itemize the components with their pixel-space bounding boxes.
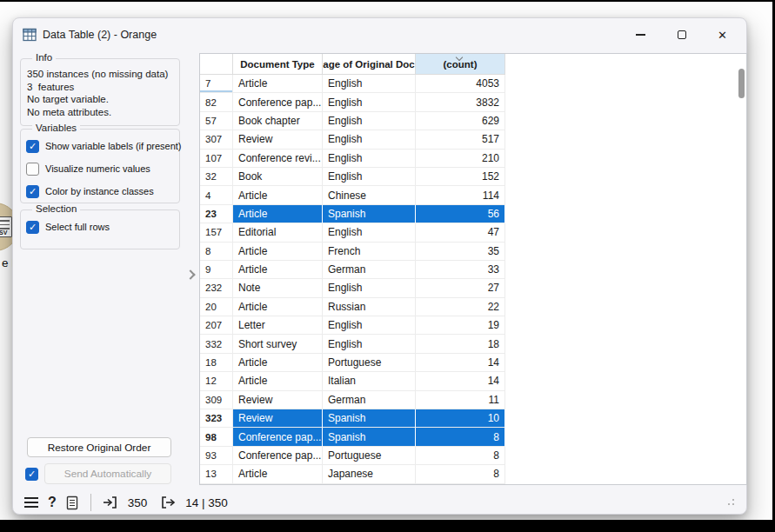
csv-file-icon-letters: SV	[0, 229, 7, 236]
check-icon: ✓	[29, 187, 37, 196]
table-cell: French	[323, 243, 416, 261]
unchecked-checkbox[interactable]	[26, 163, 39, 176]
table-row[interactable]: 93Conference pap...Portuguese8	[200, 447, 746, 465]
table-row[interactable]: 207LetterEnglish19	[200, 316, 746, 335]
table-cell: 18	[200, 354, 233, 372]
table-cell: 8	[416, 465, 505, 483]
vertical-scrollbar[interactable]	[737, 55, 745, 483]
titlebar[interactable]: Data Table (2) - Orange ✕	[13, 18, 746, 51]
table-row[interactable]: 332Short surveyEnglish18	[200, 335, 746, 353]
menu-icon[interactable]	[24, 497, 38, 508]
report-icon[interactable]	[66, 495, 79, 510]
sidebar-splitter-handle[interactable]	[185, 269, 197, 281]
check-icon: ✓	[29, 142, 37, 151]
screenshot-root: SV e I Data Table (2) - Orange ✕ Info	[0, 0, 775, 532]
scrollbar-thumb[interactable]	[738, 69, 745, 98]
table-row[interactable]: 157EditorialEnglish47	[200, 223, 746, 242]
table-cell: 8	[416, 447, 505, 465]
table-cell: 14	[416, 354, 505, 372]
option-label: Visualize numeric values	[45, 163, 150, 174]
table-cell: Note	[233, 279, 323, 297]
table-row[interactable]: 98Conference pap...Spanish8	[200, 428, 746, 446]
table-row[interactable]: 18ArticlePortuguese14	[200, 354, 746, 372]
minimize-icon	[636, 34, 645, 35]
table-cell: 35	[416, 243, 505, 261]
option-label: Color by instance classes	[45, 186, 154, 196]
table-row[interactable]: 13ArticleJapanese8	[200, 465, 746, 483]
info-line-features: 3 features	[27, 81, 179, 94]
column-header--count-[interactable]: (count)	[416, 54, 505, 75]
table-header-row: Document Typeage of Original Doc(count)	[200, 54, 746, 75]
table-row[interactable]: 23ArticleSpanish56	[200, 205, 746, 223]
table-row[interactable]: 4ArticleChinese114	[200, 186, 746, 204]
maximize-button[interactable]	[661, 18, 702, 51]
restore-original-order-button[interactable]: Restore Original Order	[27, 437, 171, 457]
column-header-age-of-original-doc[interactable]: age of Original Doc	[323, 54, 416, 75]
column-header-index[interactable]	[200, 54, 233, 75]
selection-group-title: Selection	[32, 203, 80, 214]
table-cell: Portuguese	[323, 354, 416, 372]
table-row[interactable]: 307ReviewEnglish517	[200, 130, 746, 149]
table-cell: 107	[200, 150, 233, 168]
table-cell: 82	[200, 93, 233, 111]
table-row[interactable]: 7ArticleEnglish4053	[200, 75, 746, 93]
table-cell: 4	[200, 186, 233, 204]
data-table-icon	[23, 28, 37, 42]
screenshot-frame-bottom	[0, 520, 775, 532]
selection-groupbox: Selection ✓Select full rows	[20, 209, 180, 249]
table-cell: Conference revi...	[233, 150, 323, 168]
table-row[interactable]: 309ReviewGerman11	[200, 391, 746, 409]
table-row[interactable]: 82Conference pap...English3832	[200, 93, 746, 111]
table-cell: 309	[200, 391, 233, 409]
table-cell: Article	[233, 465, 323, 483]
table-cell: English	[323, 112, 416, 130]
table-cell: 307	[200, 130, 233, 149]
checked-checkbox[interactable]: ✓	[26, 185, 39, 198]
table-cell: 10	[416, 409, 505, 428]
table-cell: English	[323, 93, 416, 111]
table-row[interactable]: 32BookEnglish152	[200, 168, 746, 186]
window-title: Data Table (2) - Orange	[43, 18, 157, 51]
window-resize-grip[interactable]	[724, 495, 734, 505]
table-cell: 8	[416, 428, 505, 446]
table-cell: 57	[200, 112, 233, 130]
checked-checkbox[interactable]: ✓	[26, 140, 39, 153]
table-cell: 152	[416, 168, 505, 186]
table-row[interactable]: 107Conference revi...English210	[200, 150, 746, 168]
table-cell: 8	[200, 243, 233, 261]
column-header-document-type[interactable]: Document Type	[233, 54, 323, 75]
table-cell: 12	[200, 372, 233, 390]
table-row[interactable]: 9ArticleGerman33	[200, 261, 746, 279]
table-cell: 157	[200, 223, 233, 242]
chevron-right-icon	[185, 269, 195, 279]
status-bar: ? 350 14 | 350	[24, 492, 228, 513]
variables-option[interactable]: Visualize numeric values	[26, 162, 179, 176]
table-cell: English	[323, 168, 416, 186]
table-row[interactable]: 323ReviewSpanish10	[200, 409, 746, 428]
screenshot-frame-top	[0, 0, 775, 2]
close-icon: ✕	[718, 30, 727, 41]
table-cell: Article	[233, 354, 323, 372]
table-row[interactable]: 12ArticleItalian14	[200, 372, 746, 390]
table-row[interactable]: 232NoteEnglish27	[200, 279, 746, 297]
table-cell: English	[323, 335, 416, 353]
variables-option[interactable]: ✓Color by instance classes	[26, 184, 179, 198]
minimize-button[interactable]	[620, 18, 661, 51]
table-cell: English	[323, 150, 416, 168]
table-cell: Book chapter	[233, 112, 323, 130]
table-cell: 13	[200, 465, 233, 483]
variables-option[interactable]: ✓Show variable labels (if present)	[26, 139, 179, 153]
table-row[interactable]: 20ArticleRussian22	[200, 298, 746, 316]
checked-checkbox[interactable]: ✓	[26, 221, 39, 234]
table-row[interactable]: 57Book chapterEnglish629	[200, 112, 746, 130]
table-cell: English	[323, 316, 416, 335]
table-cell: Conference pap...	[233, 428, 323, 446]
help-icon[interactable]: ?	[48, 495, 57, 509]
table-cell: Spanish	[323, 428, 416, 446]
table-row[interactable]: 8ArticleFrench35	[200, 243, 746, 261]
close-button[interactable]: ✕	[702, 18, 743, 51]
table-cell: 33	[416, 261, 505, 279]
selection-option[interactable]: ✓Select full rows	[26, 220, 179, 234]
table-cell: Spanish	[323, 205, 416, 223]
send-automatically-checkbox[interactable]: ✓	[25, 468, 38, 481]
